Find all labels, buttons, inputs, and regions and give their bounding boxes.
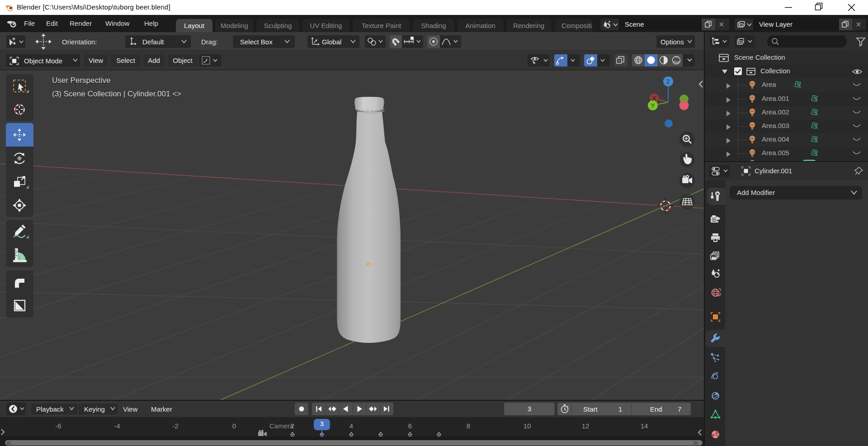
svg-text:Y: Y bbox=[651, 102, 655, 109]
svg-text:Z: Z bbox=[666, 78, 670, 85]
